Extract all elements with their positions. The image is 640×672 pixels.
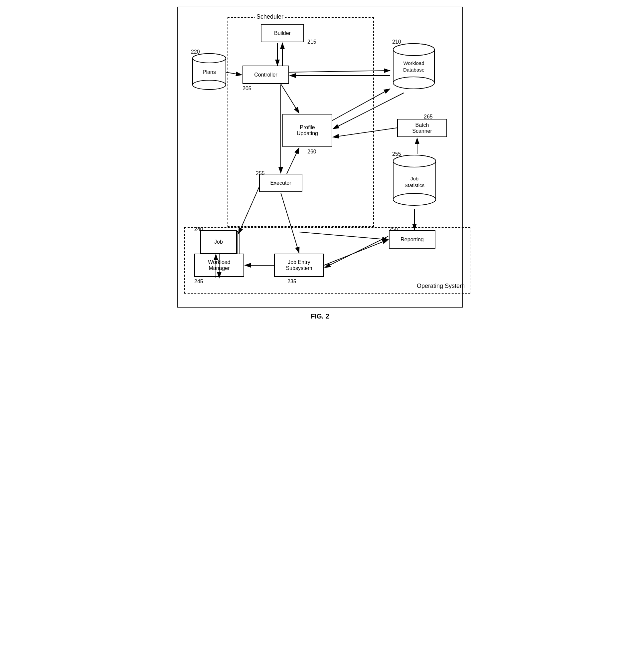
- diagram-area: Scheduler Operating System Builder 215 C…: [184, 14, 456, 300]
- job-statistics-ref: 255: [392, 151, 401, 157]
- executor-box: Executor: [259, 174, 302, 192]
- svg-text:Plans: Plans: [203, 69, 216, 75]
- batch-scanner-box: Batch Scanner: [397, 119, 447, 137]
- job-entry-subsystem-box: Job Entry Subsystem: [274, 254, 324, 277]
- figure-label: FIG. 2: [311, 313, 329, 320]
- controller-box: Controller: [243, 66, 289, 84]
- builder-label: Builder: [274, 30, 291, 36]
- svg-point-7: [393, 77, 434, 89]
- workload-db-cylinder: Workload Database: [391, 42, 437, 92]
- svg-point-2: [193, 80, 226, 89]
- svg-point-13: [393, 194, 436, 205]
- svg-text:Workload: Workload: [403, 60, 424, 66]
- workload-manager-ref: 245: [194, 278, 203, 285]
- scheduler-label: Scheduler: [255, 13, 285, 20]
- executor-label: Executor: [270, 180, 291, 186]
- diagram-container: Scheduler Operating System Builder 215 C…: [177, 7, 463, 308]
- reporting-box: Reporting: [389, 230, 435, 249]
- workload-db-ref: 210: [392, 39, 401, 45]
- job-entry-subsystem-label: Job Entry Subsystem: [286, 259, 312, 271]
- workload-manager-label: Workload Manager: [208, 259, 230, 271]
- profile-updating-box: Profile Updating: [282, 114, 332, 147]
- reporting-label: Reporting: [401, 237, 423, 243]
- workload-manager-box: Workload Manager: [194, 254, 244, 277]
- reporting-ref: 250: [389, 226, 398, 232]
- controller-ref: 205: [243, 86, 251, 91]
- svg-text:Database: Database: [403, 67, 424, 73]
- builder-ref: 215: [307, 39, 316, 45]
- executor-ref: 255: [256, 170, 265, 176]
- controller-label: Controller: [254, 72, 277, 78]
- profile-updating-label: Profile Updating: [297, 125, 318, 137]
- os-label: Operating System: [417, 283, 465, 289]
- svg-point-8: [393, 44, 434, 56]
- plans-ref: 220: [191, 49, 200, 55]
- svg-text:Job: Job: [410, 176, 419, 182]
- builder-box: Builder: [261, 24, 304, 42]
- plans-cylinder: Plans: [191, 52, 228, 92]
- job-ref: 240: [194, 226, 203, 232]
- batch-scanner-ref: 265: [424, 114, 433, 120]
- job-statistics-cylinder: Job Statistics: [391, 154, 439, 209]
- profile-updating-ref: 260: [307, 149, 316, 155]
- job-label: Job: [214, 239, 223, 245]
- svg-point-3: [193, 54, 226, 63]
- svg-text:Statistics: Statistics: [405, 182, 424, 188]
- batch-scanner-label: Batch Scanner: [412, 122, 432, 134]
- job-entry-subsystem-ref: 235: [287, 278, 296, 285]
